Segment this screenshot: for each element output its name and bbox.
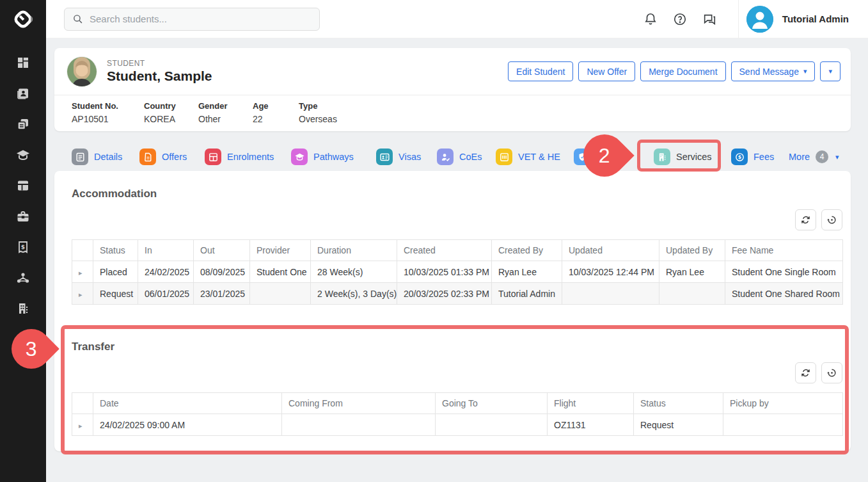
sidebar-item-timetables[interactable] <box>0 172 46 202</box>
column-header-flight[interactable]: Flight <box>548 393 634 414</box>
sidebar-item-work[interactable] <box>0 202 46 233</box>
transfer-refresh-button[interactable] <box>795 362 816 383</box>
column-header-updated-by[interactable]: Updated By <box>659 240 725 261</box>
tab-enrolments[interactable]: Enrolments <box>205 143 274 171</box>
column-header-pickup-by[interactable]: Pickup by <box>723 393 843 414</box>
transfer-title: Transfer <box>72 341 842 353</box>
accommodation-history-button[interactable] <box>821 209 842 230</box>
info-value: AP10501 <box>72 114 144 124</box>
tab-fees[interactable]: $Fees <box>731 143 774 171</box>
student-info-bar: Student No. AP10501Country KOREAGender O… <box>54 95 851 124</box>
topbar: Tutorial Admin <box>46 0 868 38</box>
sidebar-item-pathways[interactable] <box>0 264 46 294</box>
sidebar-item-fees[interactable]: $ <box>0 233 46 264</box>
column-header-date[interactable]: Date <box>93 393 282 414</box>
column-header-updated[interactable]: Updated <box>562 240 659 261</box>
sidebar-item-documents[interactable] <box>0 110 46 141</box>
tab-pathways[interactable]: Pathways <box>291 143 354 171</box>
user-avatar[interactable] <box>746 6 773 33</box>
bell-icon[interactable] <box>636 6 665 32</box>
search-icon <box>72 13 83 24</box>
send-message-button[interactable]: Send Message▾ <box>731 61 816 81</box>
help-icon[interactable] <box>665 6 695 32</box>
info-value: Other <box>198 114 253 124</box>
search-input[interactable] <box>90 13 312 24</box>
user-name[interactable]: Tutorial Admin <box>782 13 849 24</box>
sidebar-item-students[interactable] <box>0 79 46 110</box>
column-header-duration[interactable]: Duration <box>311 240 397 261</box>
step2-number: 2 <box>599 143 610 167</box>
edit-student-button[interactable]: Edit Student <box>508 61 573 81</box>
column-header-going-to[interactable]: Going To <box>436 393 548 414</box>
sidebar-item-courses[interactable] <box>0 141 46 172</box>
column-header-out[interactable]: Out <box>194 240 250 261</box>
table-cell <box>282 414 436 436</box>
column-header-provider[interactable]: Provider <box>250 240 311 261</box>
tab-coes[interactable]: CoEs <box>437 143 482 171</box>
info-gender: Gender Other <box>198 101 253 124</box>
tab-label: Fees <box>754 152 774 162</box>
row-expander-icon[interactable]: ▸ <box>79 269 83 277</box>
more-count-badge: 4 <box>816 150 828 163</box>
tab-vet-he[interactable]: VET & HE <box>496 143 560 171</box>
visas-tab-icon <box>376 149 393 165</box>
accommodation-section: Accommodation StatusInOutProviderDuratio… <box>72 188 842 305</box>
column-header-in[interactable]: In <box>138 240 194 261</box>
app-logo-icon[interactable] <box>0 0 46 38</box>
column-header-coming-from[interactable]: Coming From <box>282 393 436 414</box>
sidebar: $ <box>0 0 46 482</box>
row-expander-icon[interactable]: ▸ <box>79 422 83 430</box>
student-photo[interactable] <box>67 57 97 86</box>
tab-label: Enrolments <box>227 152 274 162</box>
transfer-history-button[interactable] <box>821 362 842 383</box>
table-cell: Placed <box>93 261 138 283</box>
column-header-status[interactable]: Status <box>634 393 723 414</box>
table-cell: Ryan Lee <box>492 261 562 283</box>
graduation-cap-icon <box>15 147 31 165</box>
info-value: KOREA <box>144 114 198 124</box>
table-cell: 10/03/2025 01:33 PM <box>397 261 492 283</box>
svg-text:$: $ <box>738 154 741 160</box>
briefcase-icon <box>15 209 31 227</box>
sidebar-item-services[interactable] <box>0 294 46 325</box>
step3-number: 3 <box>26 337 37 360</box>
merge-document-button[interactable]: Merge Document <box>640 61 725 81</box>
tab-details[interactable]: Details <box>72 143 122 171</box>
table-cell: 28 Week(s) <box>311 261 397 283</box>
column-header-status[interactable]: Status <box>93 240 138 261</box>
topbar-divider <box>738 0 739 38</box>
column-header-created-by[interactable]: Created By <box>492 240 562 261</box>
info-label: Gender <box>198 101 253 111</box>
info-value: 22 <box>253 114 299 124</box>
chat-icon[interactable] <box>695 6 724 32</box>
table-row[interactable]: ▸Request06/01/202523/01/20252 Week(s), 3… <box>72 283 843 305</box>
tab-offers[interactable]: Offers <box>139 143 187 171</box>
details-tab-icon <box>72 149 88 165</box>
table-row[interactable]: ▸Placed24/02/202508/09/2025Student One28… <box>72 261 843 283</box>
info-label: Type <box>299 101 375 111</box>
accommodation-table: StatusInOutProviderDurationCreatedCreate… <box>72 239 843 305</box>
sidebar-item-dashboard[interactable] <box>0 49 46 79</box>
tab-services[interactable]: Services <box>654 143 712 171</box>
tab-label: Offers <box>162 152 187 162</box>
offers-tab-icon <box>139 149 156 165</box>
tab-label: Visas <box>398 152 421 162</box>
tab-visas[interactable]: Visas <box>376 143 421 171</box>
table-cell: Request <box>93 283 138 305</box>
table-row[interactable]: ▸24/02/2025 09:00 AMOZ1131Request <box>72 414 843 436</box>
tab-label: Pathways <box>313 152 354 162</box>
row-expander-icon[interactable]: ▸ <box>79 291 83 298</box>
column-header-fee-name[interactable]: Fee Name <box>725 240 843 261</box>
new-offer-button[interactable]: New Offer <box>578 61 635 81</box>
more-actions-button[interactable]: ▾ <box>820 61 840 81</box>
table-cell: 06/01/2025 <box>138 283 194 305</box>
tab-more[interactable]: More 4 ▾ <box>789 143 839 171</box>
building-icon <box>15 301 31 319</box>
network-icon <box>15 270 31 288</box>
table-cell: Student One <box>250 261 311 283</box>
column-header-created[interactable]: Created <box>397 240 492 261</box>
search-box[interactable] <box>64 8 320 31</box>
table-cell: 24/02/2025 <box>138 261 194 283</box>
accommodation-refresh-button[interactable] <box>795 209 816 230</box>
student-header-card: STUDENT Student, Sample Edit StudentNew … <box>54 48 851 131</box>
